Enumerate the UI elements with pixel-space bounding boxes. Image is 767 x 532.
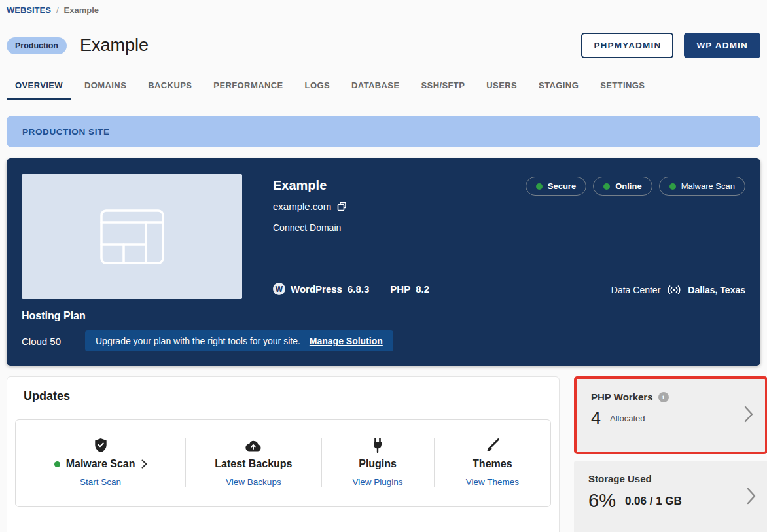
page-header: Production Example PHPMYADMIN WP ADMIN xyxy=(7,33,760,58)
domain-link[interactable]: example.com xyxy=(273,201,331,212)
tab-logs[interactable]: LOGS xyxy=(296,73,338,100)
latest-backups-cell: Latest Backups View Backups xyxy=(185,438,321,487)
tab-users[interactable]: USERS xyxy=(478,73,526,100)
data-center-value: Dallas, Texas xyxy=(688,285,745,295)
wordpress-icon: W xyxy=(273,283,285,295)
connect-domain-link[interactable]: Connect Domain xyxy=(273,222,341,233)
stats-sidebar: PHP Workers i 4 Allocated Storage Used xyxy=(574,376,767,532)
info-icon[interactable]: i xyxy=(658,392,669,402)
php-workers-unit: Allocated xyxy=(610,414,645,423)
php-workers-value: 4 xyxy=(591,408,601,429)
tab-ssh-sftp[interactable]: SSH/SFTP xyxy=(413,73,474,100)
storage-percent: 6% xyxy=(588,490,616,512)
php-version: 8.2 xyxy=(416,283,429,294)
chevron-right-icon[interactable] xyxy=(744,406,753,425)
breadcrumb-websites-link[interactable]: WEBSITES xyxy=(7,5,51,15)
tab-domains[interactable]: DOMAINS xyxy=(76,73,135,100)
status-badges: Secure Online Malware Scan xyxy=(526,177,745,196)
environment-badge: Production xyxy=(7,37,67,54)
broadcast-icon xyxy=(666,285,682,295)
updates-grid: Malware Scan Start Scan Latest Backups xyxy=(15,419,551,507)
cloud-upload-icon xyxy=(245,438,262,453)
phpmyadmin-button[interactable]: PHPMYADMIN xyxy=(581,33,673,58)
production-site-banner-label: PRODUCTION SITE xyxy=(22,127,110,137)
site-thumbnail[interactable] xyxy=(22,174,242,299)
site-tabs: OVERVIEW DOMAINS BACKUPS PERFORMANCE LOG… xyxy=(7,73,760,100)
wordpress-version: 6.8.3 xyxy=(348,283,369,294)
breadcrumb-separator: / xyxy=(56,5,59,15)
malware-scan-cell: Malware Scan Start Scan xyxy=(16,438,185,487)
hosting-plan-label: Hosting Plan xyxy=(22,310,745,322)
tab-overview[interactable]: OVERVIEW xyxy=(7,73,71,100)
manage-solution-link[interactable]: Manage Solution xyxy=(310,336,383,346)
highlight-annotation: PHP Workers i 4 Allocated xyxy=(574,376,767,454)
brush-icon xyxy=(484,438,500,453)
shield-check-icon xyxy=(94,438,108,453)
copy-icon[interactable] xyxy=(337,202,347,211)
software-versions: W WordPress 6.8.3 PHP 8.2 xyxy=(273,283,526,299)
website-wireframe-icon xyxy=(99,209,165,265)
status-dot xyxy=(536,183,543,190)
data-center-row: Data Center Dallas, Texas xyxy=(611,285,745,299)
view-themes-link[interactable]: View Themes xyxy=(466,477,519,487)
secure-status-badge: Secure xyxy=(526,177,586,196)
tab-settings[interactable]: SETTINGS xyxy=(592,73,653,100)
site-overview-page: WEBSITES / Example Production Example PH… xyxy=(0,0,767,532)
tab-staging[interactable]: STAGING xyxy=(530,73,587,100)
php-label: PHP xyxy=(390,283,410,294)
view-plugins-link[interactable]: View Plugins xyxy=(353,477,403,487)
chevron-right-icon[interactable] xyxy=(747,488,756,507)
tab-database[interactable]: DATABASE xyxy=(343,73,408,100)
malware-scan-status-badge: Malware Scan xyxy=(659,177,745,196)
data-center-label: Data Center xyxy=(611,285,660,295)
chevron-right-small-icon xyxy=(141,459,147,469)
storage-detail: 0.06 / 1 GB xyxy=(625,495,682,508)
online-status-badge: Online xyxy=(593,177,652,196)
page-title: Example xyxy=(80,35,149,56)
storage-used-title: Storage Used xyxy=(588,473,652,484)
php-workers-card[interactable]: PHP Workers i 4 Allocated xyxy=(577,379,765,452)
tab-backups[interactable]: BACKUPS xyxy=(139,73,200,100)
status-dot xyxy=(669,183,676,190)
upgrade-text: Upgrade your plan with the right tools f… xyxy=(96,336,300,346)
upgrade-plan-banner: Upgrade your plan with the right tools f… xyxy=(85,330,393,351)
updates-card: Updates Malware Scan Start Scan xyxy=(7,376,560,532)
breadcrumb: WEBSITES / Example xyxy=(7,5,760,15)
tab-performance[interactable]: PERFORMANCE xyxy=(205,73,291,100)
storage-used-card[interactable]: Storage Used 6% 0.06 / 1 GB xyxy=(574,461,767,532)
malware-scan-expander[interactable]: Malware Scan xyxy=(54,458,147,470)
start-scan-link[interactable]: Start Scan xyxy=(80,477,121,487)
site-summary-card: Example example.com Connect Domain W Wor… xyxy=(7,158,760,366)
plan-name: Cloud 50 xyxy=(22,336,85,347)
site-name: Example xyxy=(273,178,526,193)
status-dot xyxy=(603,183,610,190)
malware-status-dot xyxy=(54,461,60,467)
updates-title: Updates xyxy=(24,389,551,403)
plugins-cell: Plugins View Plugins xyxy=(321,438,434,487)
php-workers-title: PHP Workers xyxy=(591,391,653,402)
production-site-banner: PRODUCTION SITE xyxy=(7,116,760,147)
plug-icon xyxy=(372,438,384,453)
themes-cell: Themes View Themes xyxy=(434,438,550,487)
breadcrumb-current: Example xyxy=(64,5,99,15)
wp-admin-button[interactable]: WP ADMIN xyxy=(684,33,760,58)
wordpress-label: WordPress xyxy=(291,283,342,294)
view-backups-link[interactable]: View Backups xyxy=(226,477,281,487)
